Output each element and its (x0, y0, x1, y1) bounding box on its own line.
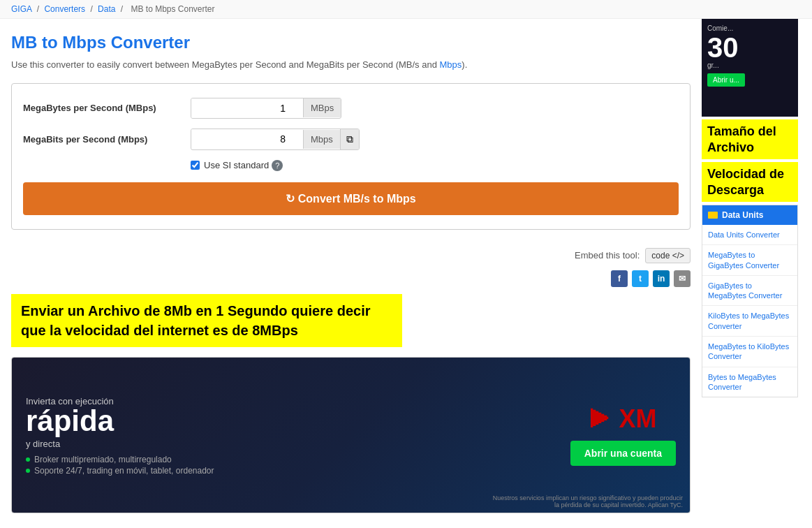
convert-button-label: Convert MB/s to Mbps (298, 193, 416, 205)
mbps-row: MegaBytes per Second (MBps) MBps (23, 98, 679, 119)
breadcrumb-data[interactable]: Data (98, 4, 115, 14)
help-icon[interactable]: ? (272, 160, 283, 171)
ad-features: Broker multipremiado, multirregulado Sop… (26, 455, 570, 476)
embed-code-button[interactable]: code </> (645, 248, 691, 263)
sidebar-item-bytes-to-mb[interactable]: Bytes to MegaBytes Converter (702, 367, 797, 397)
annotation-explanation: Enviar un Archivo de 8Mb en 1 Segundo qu… (11, 294, 402, 347)
sidebar-nav-widget: Data Units Data Units Converter MegaByte… (702, 205, 798, 397)
xm-logo: ⯈ XM (589, 404, 656, 434)
converter-box: MegaBytes per Second (MBps) MBps MegaBit… (11, 83, 691, 230)
field2-label: MegaBits per Second (Mbps) (23, 134, 191, 145)
sidebar-widget-title: Data Units (722, 210, 763, 220)
ad-feature2-text: Soporte 24/7, trading en móvil, tablet, … (34, 466, 214, 476)
desc-suffix: ). (462, 59, 467, 70)
desc-link[interactable]: Mbps (440, 59, 462, 70)
sidebar-nav-header: Data Units (702, 205, 797, 225)
feature-dot2 (26, 469, 30, 473)
sidebar-item-gb-to-mb[interactable]: GigaBytes to MegaBytes Converter (702, 276, 797, 307)
copy-button[interactable]: ⧉ (340, 129, 359, 149)
sidebar-ad-button[interactable]: Abrir u... (707, 73, 745, 87)
ad-text-left: Invierta con ejecución rápida y directa … (26, 393, 570, 477)
social-icons-row: f t in ✉ (611, 270, 691, 287)
field2-input-group: Mbps ⧉ (191, 129, 360, 150)
desc-prefix: Use this converter to easily convert bet… (11, 59, 440, 70)
breadcrumb-current: MB to Mbps Converter (131, 4, 214, 14)
sidebar-item-kb-to-mb[interactable]: KiloBytes to MegaBytes Converter (702, 306, 797, 337)
ad-feature1-text: Broker multipremiado, multirregulado (34, 455, 172, 464)
field1-unit: MBps (303, 98, 341, 117)
breadcrumb-giga[interactable]: GIGA (11, 4, 31, 14)
sidebar-item-data-units[interactable]: Data Units Converter (702, 225, 797, 245)
si-standard-row: Use SI standard ? (23, 160, 679, 171)
breadcrumb: GIGA / Converters / Data / MB to Mbps Co… (0, 0, 812, 19)
right-panel: Comie... 30 gr... Abrir u... Tamaño del … (702, 19, 812, 528)
sidebar-ad-title: Comie... (707, 24, 792, 32)
field1-input-group: MBps (191, 98, 341, 119)
si-standard-label: Use SI standard (204, 160, 269, 170)
field2-unit: Mbps (303, 130, 340, 149)
page-title: MB to Mbps Converter (11, 33, 691, 52)
annotation-download-speed: Velocidad de Descarga (702, 162, 798, 202)
embed-label: Embed this tool: (575, 250, 640, 261)
breadcrumb-converters[interactable]: Converters (44, 4, 85, 14)
si-standard-checkbox[interactable] (191, 161, 200, 170)
field1-label: MegaBytes per Second (MBps) (23, 103, 191, 113)
ad-banner: Invierta con ejecución rápida y directa … (11, 357, 691, 513)
email-icon[interactable]: ✉ (674, 270, 691, 287)
breadcrumb-sep3: / (121, 4, 123, 14)
ad-disclaimer: Nuestros servicios implican un riesgo si… (487, 494, 683, 508)
twitter-icon[interactable]: t (632, 270, 649, 287)
sidebar-ad-number: 30 (707, 34, 792, 61)
widget-icon (708, 212, 718, 219)
sidebar-ad-block: Comie... 30 gr... Abrir u... (702, 19, 798, 117)
ad-right: ⯈ XM Abrir una cuenta (570, 404, 676, 466)
ad-feature2: Soporte 24/7, trading en móvil, tablet, … (26, 466, 570, 476)
linkedin-icon[interactable]: in (653, 270, 670, 287)
mbits-row: MegaBits per Second (Mbps) Mbps ⧉ (23, 129, 679, 150)
breadcrumb-sep2: / (90, 4, 92, 14)
facebook-icon[interactable]: f (611, 270, 628, 287)
sidebar-item-mb-to-kb[interactable]: MegaBytes to KiloBytes Converter (702, 337, 797, 367)
sidebar-item-mb-to-gb[interactable]: MegaBytes to GigaBytes Converter (702, 245, 797, 276)
ad-feature1: Broker multipremiado, multirregulado (26, 455, 570, 464)
field2-input[interactable] (191, 129, 303, 149)
ad-directa: y directa (26, 439, 570, 449)
breadcrumb-sep1: / (37, 4, 39, 14)
convert-button[interactable]: Convert MB/s to Mbps (23, 182, 679, 215)
refresh-icon (286, 193, 297, 205)
annotation-file-size: Tamaño del Archivo (702, 119, 798, 159)
ad-open-button[interactable]: Abrir una cuenta (570, 441, 676, 466)
feature-dot1 (26, 457, 30, 462)
ad-rapida: rápida (26, 406, 570, 436)
page-description: Use this converter to easily convert bet… (11, 58, 691, 72)
embed-section: Embed this tool: code </> (575, 248, 691, 263)
xm-text: XM (619, 404, 656, 433)
field1-input[interactable] (191, 98, 303, 118)
